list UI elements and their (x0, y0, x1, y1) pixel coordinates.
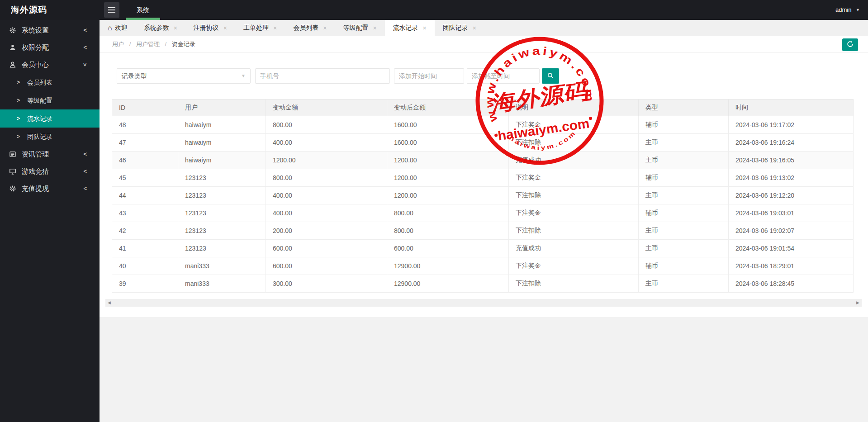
breadcrumb: 用户 / 用户管理 / 资金记录 (112, 36, 195, 52)
cell-note: 下注扣除 (509, 275, 639, 293)
sidebar-item-recharge-withdraw[interactable]: 充值提现 < (0, 180, 100, 197)
sidebar-item-system-settings[interactable]: 系统设置 < (0, 22, 100, 39)
sidebar-subitem-label: 团队记录 (27, 128, 52, 146)
close-icon[interactable]: × (373, 24, 376, 32)
tab-flow-records[interactable]: 流水记录 × (385, 20, 435, 36)
username: admin (835, 6, 851, 13)
arrow-right-icon: > (17, 91, 20, 109)
cell-after: 1600.00 (387, 116, 509, 134)
cell-user: 123123 (178, 222, 266, 240)
close-icon[interactable]: × (473, 24, 476, 32)
cell-after: 600.00 (387, 240, 509, 257)
cell-type: 主币 (639, 187, 729, 204)
cell-after: 12900.00 (387, 257, 509, 275)
cell-time: 2024-03-06 19:16:24 (729, 134, 854, 152)
sidebar: 系统设置 < 权限分配 < 会员中心 < > 会员列表 > 等级配置 > 流水记… (0, 0, 100, 422)
records-table: ID 用户 变动金额 变动后金额 说明 类型 时间 48haiwaiym800.… (112, 99, 854, 293)
monitor-icon (9, 168, 16, 175)
cell-time: 2024-03-06 19:01:54 (729, 240, 854, 257)
cell-note: 下注奖金 (509, 169, 639, 187)
cell-user: 123123 (178, 240, 266, 257)
search-icon (547, 72, 554, 81)
cell-after: 12900.00 (387, 275, 509, 293)
tab-work-orders[interactable]: 工单处理 × (235, 20, 285, 36)
sidebar-subitem-label: 等级配置 (27, 91, 52, 109)
table-header-row: ID 用户 变动金额 变动后金额 说明 类型 时间 (112, 100, 854, 116)
cell-note: 下注奖金 (509, 257, 639, 275)
cell-note: 下注扣除 (509, 222, 639, 240)
col-type: 类型 (639, 100, 729, 116)
close-icon[interactable]: × (323, 24, 327, 32)
start-time-input[interactable] (394, 68, 464, 84)
tab-register-agreement[interactable]: 注册协议 × (185, 20, 235, 36)
cell-id: 39 (112, 275, 178, 293)
tab-label: 系统参数 (144, 24, 169, 32)
tab-system-params[interactable]: 系统参数 × (136, 20, 185, 36)
breadcrumb-item-user-management[interactable]: 用户管理 (136, 41, 160, 47)
search-button[interactable] (542, 68, 559, 84)
close-icon[interactable]: × (174, 24, 177, 32)
sidebar-item-flow-records[interactable]: > 流水记录 (0, 109, 100, 128)
cell-id: 47 (112, 134, 178, 152)
tab-member-list[interactable]: 会员列表 × (285, 20, 335, 36)
table-row: 46haiwaiym1200.001200.00充值成功主币2024-03-06… (112, 152, 854, 169)
col-note: 说明 (509, 100, 639, 116)
scroll-right-icon[interactable]: ▶ (856, 299, 859, 307)
cell-note: 下注扣除 (509, 187, 639, 204)
sidebar-item-label: 资讯管理 (22, 146, 49, 163)
cell-after: 1200.00 (387, 169, 509, 187)
table-row: 39mani333300.0012900.00下注扣除主币2024-03-06 … (112, 275, 854, 293)
arrow-right-icon: > (17, 109, 20, 128)
chevron-left-icon: < (83, 146, 87, 163)
cell-type: 主币 (639, 152, 729, 169)
tab-label: 注册协议 (194, 24, 219, 32)
close-icon[interactable]: × (423, 24, 427, 32)
breadcrumb-item-user[interactable]: 用户 (112, 41, 124, 47)
user-menu[interactable]: admin ▼ (835, 0, 860, 20)
close-icon[interactable]: × (223, 24, 227, 32)
refresh-button[interactable] (842, 38, 858, 51)
tab-label: 流水记录 (393, 24, 418, 32)
cell-user: 123123 (178, 204, 266, 222)
sidebar-item-member-list[interactable]: > 会员列表 (0, 73, 100, 91)
sidebar-item-label: 充值提现 (22, 180, 49, 197)
sidebar-item-level-config[interactable]: > 等级配置 (0, 91, 100, 109)
cell-note: 充值成功 (509, 240, 639, 257)
caret-down-icon: ▼ (856, 8, 860, 12)
cell-amount: 400.00 (266, 204, 387, 222)
topnav-item-system[interactable]: 系统 (126, 0, 160, 20)
table-row: 48haiwaiym800.001600.00下注奖金辅币2024-03-06 … (112, 116, 854, 134)
cell-time: 2024-03-06 18:29:01 (729, 257, 854, 275)
sidebar-item-permissions[interactable]: 权限分配 < (0, 39, 100, 56)
close-icon[interactable]: × (273, 24, 277, 32)
cell-amount: 300.00 (266, 275, 387, 293)
phone-input[interactable] (255, 68, 390, 84)
tab-team-records[interactable]: 团队记录 × (435, 20, 484, 36)
cell-user: haiwaiym (178, 134, 266, 152)
cell-amount: 800.00 (266, 169, 387, 187)
chevron-left-icon: < (83, 180, 87, 197)
col-user: 用户 (178, 100, 266, 116)
cell-time: 2024-03-06 19:13:02 (729, 169, 854, 187)
sidebar-item-team-records[interactable]: > 团队记录 (0, 128, 100, 146)
sidebar-item-member-center[interactable]: 会员中心 < (0, 56, 100, 73)
end-time-input[interactable] (467, 68, 540, 84)
tab-welcome[interactable]: ⌂ 欢迎 (100, 20, 136, 36)
cell-time: 2024-03-06 19:02:07 (729, 222, 854, 240)
cell-amount: 800.00 (266, 116, 387, 134)
record-type-select[interactable]: 记录类型 ▼ (117, 68, 251, 84)
sidebar-item-game-betting[interactable]: 游戏竞猜 < (0, 163, 100, 180)
gear-icon (9, 27, 16, 34)
scroll-left-icon[interactable]: ◀ (108, 299, 111, 307)
hamburger-icon[interactable] (104, 2, 119, 18)
chevron-down-icon: < (76, 63, 94, 66)
cell-id: 41 (112, 240, 178, 257)
tab-level-config[interactable]: 等级配置 × (335, 20, 384, 36)
breadcrumb-item-current: 资金记录 (172, 41, 195, 47)
cell-time: 2024-03-06 19:03:01 (729, 204, 854, 222)
cell-note: 下注扣除 (509, 134, 639, 152)
cell-after: 800.00 (387, 204, 509, 222)
sidebar-item-news[interactable]: 资讯管理 < (0, 146, 100, 163)
horizontal-scrollbar[interactable]: ◀ ▶ (105, 299, 862, 307)
sidebar-nav: 系统设置 < 权限分配 < 会员中心 < > 会员列表 > 等级配置 > 流水记… (0, 22, 100, 197)
